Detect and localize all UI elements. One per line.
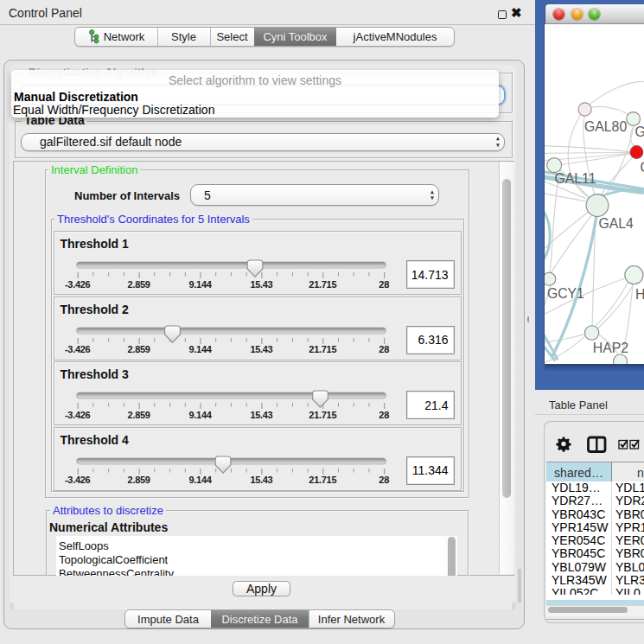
- svg-text:GAL80: GAL80: [584, 118, 627, 133]
- svg-text:GAL11: GAL11: [555, 171, 596, 186]
- svg-text:HAP2: HAP2: [593, 341, 628, 355]
- svg-text:H: H: [635, 287, 644, 302]
- svg-text:GA: GA: [635, 124, 644, 138]
- svg-text:C: C: [641, 159, 644, 174]
- svg-text:GCY1: GCY1: [547, 286, 584, 301]
- svg-text:GAL4: GAL4: [598, 216, 634, 231]
